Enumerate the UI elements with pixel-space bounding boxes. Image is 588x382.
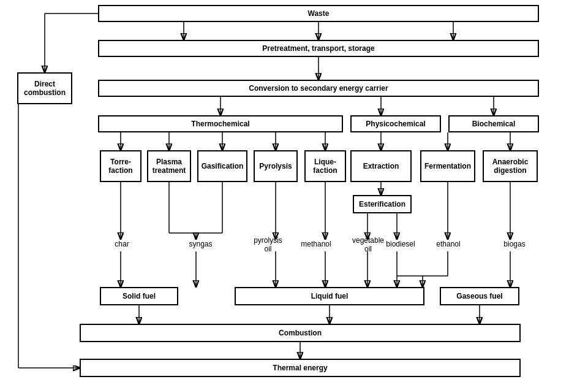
pyrolysis-oil-label: pyrolysis oil bbox=[248, 236, 288, 253]
fermentation-box: Fermentation bbox=[420, 150, 475, 182]
gasification-box: Gasification bbox=[197, 150, 247, 182]
plasma-box: Plasma treatment bbox=[147, 150, 191, 182]
torrefaction-box: Torre- faction bbox=[100, 150, 141, 182]
physicochemical-box: Physicochemical bbox=[350, 115, 441, 132]
flowchart-diagram: Waste Pretreatment, transport, storage D… bbox=[0, 0, 588, 382]
pretreatment-box: Pretreatment, transport, storage bbox=[98, 40, 539, 57]
anaerobic-box: Anaerobic digestion bbox=[483, 150, 538, 182]
waste-box: Waste bbox=[98, 5, 539, 22]
liquid-fuel-box: Liquid fuel bbox=[235, 287, 424, 305]
syngas-label: syngas bbox=[184, 238, 217, 250]
biodiesel-label: biodiesel bbox=[383, 238, 418, 250]
esterification-box: Esterification bbox=[353, 195, 412, 213]
conversion-box: Conversion to secondary energy carrier bbox=[98, 80, 539, 97]
thermal-energy-box: Thermal energy bbox=[80, 359, 521, 377]
extraction-box: Extraction bbox=[350, 150, 412, 182]
pyrolysis-box: Pyrolysis bbox=[254, 150, 298, 182]
biochemical-box: Biochemical bbox=[448, 115, 539, 132]
liquefaction-box: Lique- faction bbox=[304, 150, 346, 182]
ethanol-label: ethanol bbox=[432, 238, 464, 250]
direct-combustion-box: Direct combustion bbox=[17, 72, 72, 104]
solid-fuel-box: Solid fuel bbox=[100, 287, 178, 305]
biogas-label: biogas bbox=[499, 238, 530, 250]
thermochemical-box: Thermochemical bbox=[98, 115, 343, 132]
methanol-label: methanol bbox=[298, 238, 334, 250]
vegetable-oil-label: vegetable oil bbox=[349, 236, 387, 253]
gaseous-fuel-box: Gaseous fuel bbox=[440, 287, 519, 305]
char-label: char bbox=[107, 238, 137, 250]
combustion-box: Combustion bbox=[80, 324, 521, 342]
